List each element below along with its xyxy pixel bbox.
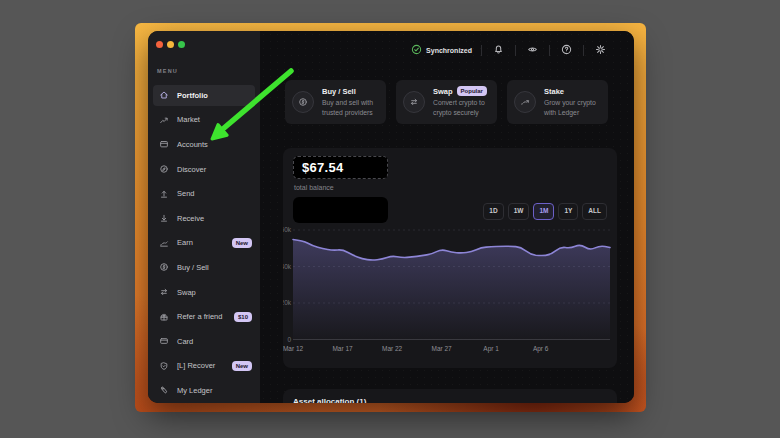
quick-action-title: Stake bbox=[544, 87, 564, 96]
svg-text:Mar 12: Mar 12 bbox=[283, 345, 303, 352]
sidebar-item-l-recover[interactable]: [L] RecoverNew bbox=[148, 354, 260, 379]
quick-action-text: SwapPopularConvert crypto to crypto secu… bbox=[433, 86, 490, 117]
sidebar: MENU PortfolioMarketAccountsDiscoverSend… bbox=[148, 31, 260, 403]
send-arrow-up-icon bbox=[158, 188, 169, 199]
sidebar-item-my-ledger[interactable]: My Ledger bbox=[148, 378, 260, 403]
gift-icon bbox=[158, 311, 169, 322]
sidebar-item-label: Discover bbox=[177, 165, 206, 174]
dollar-circle-icon bbox=[292, 91, 314, 113]
sidebar-item-label: Refer a friend bbox=[177, 312, 222, 321]
svg-text:Mar 27: Mar 27 bbox=[431, 345, 452, 352]
sidebar-item-card[interactable]: Card bbox=[148, 329, 260, 354]
sidebar-nav: PortfolioMarketAccountsDiscoverSendRecei… bbox=[148, 83, 260, 403]
sync-status[interactable]: Synchronized bbox=[411, 41, 472, 59]
check-circle-icon bbox=[411, 41, 422, 59]
sidebar-item-label: [L] Recover bbox=[177, 361, 215, 370]
topbar-divider bbox=[549, 45, 550, 56]
window-controls bbox=[156, 41, 185, 48]
svg-text:20k: 20k bbox=[283, 299, 292, 306]
range-button-1d[interactable]: 1D bbox=[483, 203, 503, 220]
svg-text:Apr 1: Apr 1 bbox=[483, 345, 499, 353]
total-balance-box: $67.54 bbox=[293, 156, 388, 179]
sync-label: Synchronized bbox=[426, 47, 472, 54]
bell-button[interactable] bbox=[491, 41, 506, 60]
sidebar-item-label: Earn bbox=[177, 238, 193, 247]
sidebar-item-market[interactable]: Market bbox=[148, 108, 260, 133]
desktop-background: MENU PortfolioMarketAccountsDiscoverSend… bbox=[0, 0, 780, 438]
gear-button[interactable] bbox=[593, 41, 608, 60]
swap-arrows-icon bbox=[403, 91, 425, 113]
portfolio-card: $67.54 total balance 1D1W1M1YALL 020k40k… bbox=[283, 148, 617, 368]
sidebar-item-label: Swap bbox=[177, 288, 196, 297]
credit-card-icon bbox=[158, 336, 169, 347]
menu-heading: MENU bbox=[157, 68, 178, 74]
quick-action-card-swap[interactable]: SwapPopularConvert crypto to crypto secu… bbox=[396, 80, 497, 124]
sidebar-item-label: Receive bbox=[177, 214, 204, 223]
svg-text:Apr 6: Apr 6 bbox=[533, 345, 549, 353]
sidebar-item-label: Send bbox=[177, 189, 195, 198]
asset-allocation-card: Asset allocation (1) bbox=[283, 389, 617, 403]
topbar-divider bbox=[515, 45, 516, 56]
receive-arrow-down-icon bbox=[158, 213, 169, 224]
svg-text:Mar 22: Mar 22 bbox=[382, 345, 403, 352]
home-icon bbox=[158, 90, 169, 101]
range-button-1y[interactable]: 1Y bbox=[558, 203, 578, 220]
discover-icon bbox=[158, 164, 169, 175]
market-trend-icon bbox=[158, 114, 169, 125]
sidebar-item-swap[interactable]: Swap bbox=[148, 280, 260, 305]
quick-action-description: Grow your crypto with Ledger bbox=[544, 98, 601, 117]
sidebar-item-receive[interactable]: Receive bbox=[148, 206, 260, 231]
range-button-1w[interactable]: 1W bbox=[508, 203, 530, 220]
quick-action-card-stake[interactable]: StakeGrow your crypto with Ledger bbox=[507, 80, 608, 124]
range-button-1m[interactable]: 1M bbox=[533, 203, 554, 220]
main-content: Synchronized Buy / SellBuy and sell with… bbox=[260, 31, 634, 403]
sidebar-item-label: Portfolio bbox=[177, 91, 208, 100]
portfolio-balance-chart[interactable]: 020k40k60kMar 12Mar 17Mar 22Mar 27Apr 1A… bbox=[283, 224, 617, 356]
earn-growth-icon bbox=[158, 237, 169, 248]
fullscreen-window-button[interactable] bbox=[178, 41, 185, 48]
ledger-live-window: MENU PortfolioMarketAccountsDiscoverSend… bbox=[148, 31, 634, 403]
quick-action-text: StakeGrow your crypto with Ledger bbox=[544, 87, 601, 117]
sidebar-item-badge: $10 bbox=[234, 312, 252, 322]
quick-action-badge: Popular bbox=[457, 86, 487, 96]
ledger-nano-icon bbox=[158, 385, 169, 396]
sidebar-item-earn[interactable]: EarnNew bbox=[148, 231, 260, 256]
svg-text:60k: 60k bbox=[283, 226, 292, 233]
quick-action-card-buy-sell[interactable]: Buy / SellBuy and sell with trusted prov… bbox=[285, 80, 386, 124]
sidebar-item-badge: New bbox=[232, 361, 252, 371]
quick-action-text: Buy / SellBuy and sell with trusted prov… bbox=[322, 87, 379, 117]
eye-button[interactable] bbox=[525, 41, 540, 60]
quick-action-title: Buy / Sell bbox=[322, 87, 356, 96]
svg-text:Mar 17: Mar 17 bbox=[332, 345, 353, 352]
help-button[interactable] bbox=[559, 41, 574, 60]
quick-action-description: Buy and sell with trusted providers bbox=[322, 98, 379, 117]
sidebar-item-label: My Ledger bbox=[177, 386, 212, 395]
topbar: Synchronized bbox=[260, 31, 634, 69]
sidebar-item-buy-sell[interactable]: Buy / Sell bbox=[148, 255, 260, 280]
time-range-selector: 1D1W1M1YALL bbox=[483, 203, 607, 220]
dollar-circle-icon bbox=[158, 262, 169, 273]
gear-icon bbox=[595, 43, 606, 58]
range-button-all[interactable]: ALL bbox=[582, 203, 607, 220]
total-balance-caption: total balance bbox=[294, 184, 334, 191]
sidebar-item-send[interactable]: Send bbox=[148, 181, 260, 206]
sidebar-item-accounts[interactable]: Accounts bbox=[148, 132, 260, 157]
asset-allocation-title: Asset allocation (1) bbox=[293, 397, 617, 403]
topbar-divider bbox=[583, 45, 584, 56]
close-window-button[interactable] bbox=[156, 41, 163, 48]
sidebar-item-label: Accounts bbox=[177, 140, 208, 149]
sidebar-item-portfolio[interactable]: Portfolio bbox=[148, 83, 260, 108]
topbar-divider bbox=[481, 45, 482, 56]
svg-text:0: 0 bbox=[287, 336, 291, 343]
minimize-window-button[interactable] bbox=[167, 41, 174, 48]
swap-arrows-icon bbox=[158, 287, 169, 298]
sidebar-item-label: Market bbox=[177, 115, 200, 124]
balance-change-redacted-box bbox=[293, 197, 388, 223]
shield-check-icon bbox=[158, 360, 169, 371]
total-balance-value: $67.54 bbox=[302, 160, 344, 175]
sidebar-item-refer-a-friend[interactable]: Refer a friend$10 bbox=[148, 304, 260, 329]
accounts-wallet-icon bbox=[158, 139, 169, 150]
sidebar-item-discover[interactable]: Discover bbox=[148, 157, 260, 182]
bell-icon bbox=[493, 43, 504, 58]
quick-action-title: Swap bbox=[433, 87, 453, 96]
